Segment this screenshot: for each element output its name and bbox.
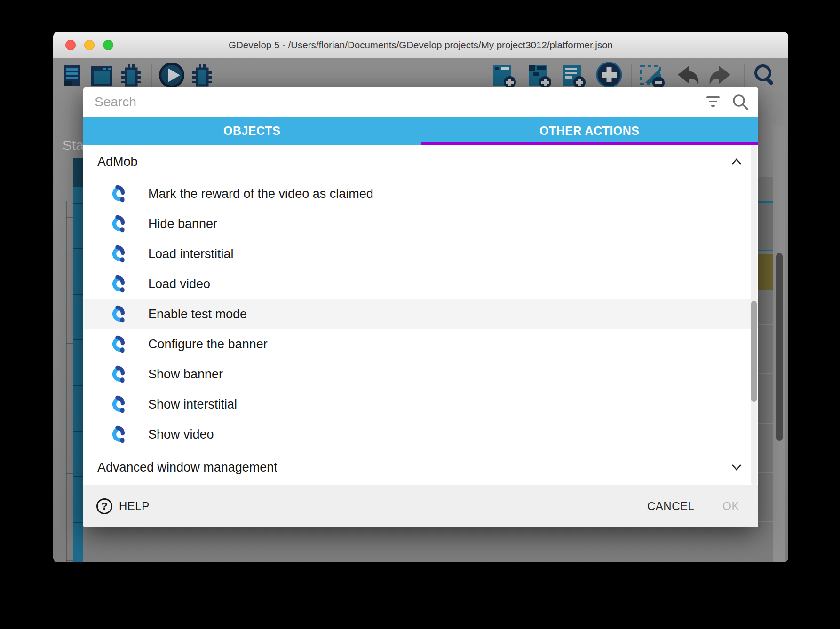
action-item-label: Hide banner (148, 217, 217, 231)
action-list-item[interactable]: Show interstitial (83, 389, 758, 419)
section-title: Advanced window management (97, 460, 277, 475)
search-bar (83, 87, 758, 117)
toolbar-separator (151, 64, 152, 88)
help-icon: ? (96, 498, 112, 514)
action-item-label: Load interstitial (148, 247, 234, 261)
chevron-down-icon[interactable] (731, 463, 742, 472)
add-circle-icon[interactable] (595, 61, 623, 88)
project-manager-icon[interactable] (60, 63, 85, 89)
undo-icon[interactable] (674, 63, 702, 89)
remove-event-icon[interactable] (639, 63, 665, 89)
active-tab-underline (421, 142, 759, 145)
event-connector-stub (66, 473, 73, 474)
action-item-label: Enable test mode (148, 307, 247, 322)
debugger-chip-icon[interactable] (190, 63, 214, 89)
actions-list: AdMob Mark the reward of the video as cl… (83, 145, 758, 485)
add-subevent-icon[interactable] (527, 63, 552, 89)
event-connector-line (66, 201, 67, 562)
toolbar-separator (744, 64, 745, 88)
play-icon[interactable] (158, 61, 186, 89)
admob-icon (109, 184, 125, 203)
admob-icon (109, 425, 125, 444)
admob-icon (109, 305, 125, 323)
window-title: GDevelop 5 - /Users/florian/Documents/GD… (53, 32, 788, 58)
search-icon[interactable] (731, 93, 750, 112)
admob-icon (109, 395, 125, 414)
action-item-label: Load video (148, 277, 210, 291)
search-input[interactable] (94, 91, 696, 113)
screenshot-stage: GDevelop 5 - /Users/florian/Documents/GD… (0, 0, 840, 629)
action-list-item[interactable]: Configure the banner (83, 329, 758, 359)
admob-icon (109, 335, 125, 354)
action-item-label: Show video (148, 427, 214, 442)
section-header-advanced-window-management[interactable]: Advanced window management (83, 449, 758, 485)
action-list-item-highlighted[interactable]: Enable test mode (83, 299, 758, 329)
action-item-label: Show interstitial (148, 397, 237, 412)
action-item-label: Show banner (148, 367, 223, 382)
event-connector-stub (66, 217, 73, 218)
condition-action-divider (375, 561, 375, 562)
action-chooser-dialog: OBJECTS OTHER ACTIONS AdMob Mark the rew… (83, 87, 758, 527)
scene-editor-icon[interactable] (89, 63, 114, 89)
ok-button-disabled[interactable]: OK (722, 500, 739, 513)
action-item-label: Configure the banner (148, 337, 268, 352)
event-connector-stub (66, 343, 73, 344)
action-list-item[interactable]: Show video (83, 419, 758, 449)
dialog-scrollbar-thumb[interactable] (751, 301, 757, 402)
action-list-item[interactable]: Hide banner (83, 209, 758, 239)
help-label: HELP (119, 500, 150, 513)
admob-icon (109, 365, 125, 384)
extension-chip-icon[interactable] (119, 63, 143, 89)
action-list-item[interactable]: Load video (83, 269, 758, 299)
help-button[interactable]: ? HELP (96, 498, 150, 514)
add-comment-icon[interactable] (561, 63, 586, 89)
window-titlebar: GDevelop 5 - /Users/florian/Documents/GD… (53, 32, 788, 58)
event-blocks-left-column (73, 158, 83, 562)
toolbar-separator (631, 64, 632, 88)
action-list-item[interactable]: Mark the reward of the video as claimed (83, 179, 758, 209)
redo-icon[interactable] (706, 63, 734, 89)
section-title: AdMob (97, 155, 138, 169)
chevron-up-icon[interactable] (731, 157, 742, 166)
admob-icon (109, 214, 125, 233)
toolbar-search-icon[interactable] (752, 62, 778, 88)
events-sheet-partial-text: Sta (63, 137, 84, 153)
filter-icon[interactable] (705, 95, 721, 108)
admob-icon (109, 244, 125, 263)
action-list-item[interactable]: Show banner (83, 359, 758, 389)
event-block-dark (73, 158, 83, 187)
action-list-item[interactable]: Load interstitial (83, 239, 758, 269)
window-scrollbar-thumb[interactable] (776, 253, 783, 441)
dialog-tabs: OBJECTS OTHER ACTIONS (83, 117, 758, 145)
cancel-button[interactable]: CANCEL (647, 500, 694, 513)
section-header-admob[interactable]: AdMob (83, 145, 758, 179)
event-row: A Left key is pressed Add condition Flip… (53, 560, 788, 562)
tab-other-actions[interactable]: OTHER ACTIONS (421, 117, 759, 145)
dialog-footer: ? HELP CANCEL OK (83, 485, 758, 527)
admob-icon (109, 275, 125, 293)
add-event-icon[interactable] (491, 63, 517, 89)
tab-objects[interactable]: OBJECTS (83, 117, 421, 145)
action-item-label: Mark the reward of the video as claimed (148, 187, 373, 201)
